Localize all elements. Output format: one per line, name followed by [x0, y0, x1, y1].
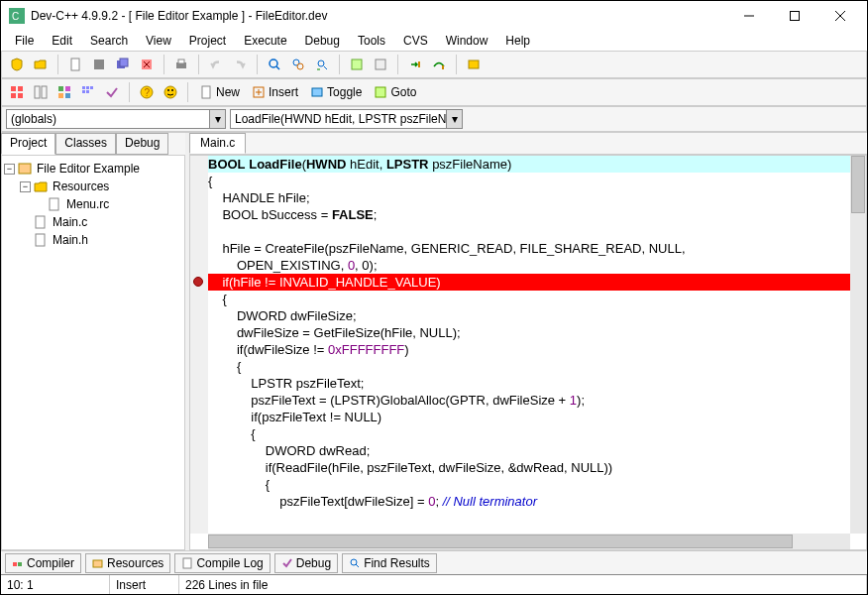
code-line[interactable]: if(pszFileText != NULL) [208, 409, 850, 425]
sidebar-tab-project[interactable]: Project [1, 133, 55, 155]
code-line[interactable]: if(dwFileSize != 0xFFFFFFFF) [208, 341, 850, 358]
minimize-button[interactable] [726, 2, 772, 30]
output-tab-find-results[interactable]: Find Results [342, 553, 437, 573]
close-button[interactable] [817, 2, 863, 30]
maximize-button[interactable] [772, 2, 817, 30]
insert-button[interactable]: Insert [247, 81, 303, 103]
output-tab-compiler[interactable]: Compiler [5, 553, 81, 573]
menu-debug[interactable]: Debug [297, 32, 348, 50]
code-line[interactable]: hFile = CreateFile(pszFileName, GENERIC_… [208, 240, 850, 257]
redo-icon[interactable] [229, 54, 251, 75]
about-icon[interactable] [160, 81, 181, 103]
shield-icon[interactable] [6, 54, 28, 75]
code-line[interactable]: pszFileText = (LPSTR)GlobalAlloc(GPTR, d… [208, 392, 850, 409]
code-line[interactable]: { [208, 291, 850, 307]
svg-rect-39 [86, 90, 89, 93]
run-icon[interactable] [370, 54, 391, 75]
find-next-icon[interactable] [311, 54, 333, 75]
tree-file[interactable]: Main.h [4, 231, 182, 249]
code-line[interactable]: if(hFile != INVALID_HANDLE_VALUE) [208, 274, 850, 291]
close-file-icon[interactable] [136, 54, 158, 75]
step-in-icon[interactable] [404, 54, 426, 75]
svg-rect-54 [36, 234, 45, 246]
svg-rect-38 [82, 90, 85, 93]
sidebar-tab-classes[interactable]: Classes [55, 133, 116, 155]
code-line[interactable]: HANDLE hFile; [208, 189, 850, 206]
open-icon[interactable] [30, 54, 52, 75]
titlebar: C Dev-C++ 4.9.9.2 - [ File Editor Exampl… [1, 1, 867, 31]
save-icon[interactable] [88, 54, 110, 75]
code-line[interactable]: DWORD dwFileSize; [208, 307, 850, 324]
code-line[interactable]: pszFileText[dwFileSize] = 0; // Null ter… [208, 493, 850, 510]
print-icon[interactable] [170, 54, 192, 75]
main-toolbar [1, 51, 867, 78]
new-button[interactable]: New [194, 81, 245, 103]
find-icon[interactable] [264, 54, 285, 75]
collapse-icon[interactable]: − [4, 164, 15, 175]
menu-search[interactable]: Search [82, 32, 136, 50]
menu-view[interactable]: View [138, 32, 179, 50]
save-all-icon[interactable] [112, 54, 134, 75]
grid-8-icon[interactable] [77, 81, 99, 103]
status-cursor: 10: 1 [1, 575, 110, 594]
help-icon[interactable]: ? [136, 81, 158, 103]
code-line[interactable]: LPSTR pszFileText; [208, 375, 850, 392]
tree-file[interactable]: Menu.rc [4, 195, 182, 213]
code-line[interactable] [208, 223, 850, 240]
grid-reds-icon[interactable] [6, 81, 28, 103]
output-tab-debug[interactable]: Debug [274, 553, 338, 573]
menu-file[interactable]: File [7, 32, 42, 50]
tree-file[interactable]: Main.c [4, 213, 182, 231]
grid-colors-icon[interactable] [54, 81, 75, 103]
vertical-scrollbar[interactable] [850, 156, 866, 534]
code-line[interactable]: if(ReadFile(hFile, pszFileText, dwFileSi… [208, 459, 850, 476]
svg-rect-20 [352, 60, 362, 69]
collapse-icon[interactable]: − [20, 181, 31, 192]
code-line[interactable]: { [208, 358, 850, 375]
scrollbar-thumb[interactable] [851, 156, 865, 213]
code-line[interactable]: BOOL LoadFile(HWND hEdit, LPSTR pszFileN… [208, 156, 850, 173]
project-tree[interactable]: − File Editor Example − Resources Menu.r… [1, 155, 185, 550]
code-line[interactable]: { [208, 425, 850, 442]
menu-cvs[interactable]: CVS [395, 32, 436, 50]
code-editor[interactable]: BOOL LoadFile(HWND hEdit, LPSTR pszFileN… [189, 155, 867, 550]
output-tab-compile-log[interactable]: Compile Log [174, 553, 270, 573]
menubar: FileEditSearchViewProjectExecuteDebugToo… [1, 31, 867, 51]
menu-project[interactable]: Project [181, 32, 234, 50]
code-line[interactable]: { [208, 476, 850, 493]
sidebar-tab-debug[interactable]: Debug [116, 133, 168, 155]
scrollbar-thumb[interactable] [208, 535, 793, 548]
new-file-icon[interactable] [64, 54, 86, 75]
compile-icon[interactable] [346, 54, 368, 75]
svg-rect-55 [13, 562, 17, 566]
replace-icon[interactable] [287, 54, 309, 75]
tree-folder[interactable]: − Resources [4, 178, 182, 195]
code-line[interactable]: DWORD dwRead; [208, 442, 850, 459]
menu-window[interactable]: Window [438, 32, 496, 50]
code-line[interactable]: dwFileSize = GetFileSize(hFile, NULL); [208, 324, 850, 341]
menu-help[interactable]: Help [497, 32, 538, 50]
gutter[interactable] [190, 156, 208, 534]
sidebar-tabs: ProjectClassesDebug [1, 133, 185, 155]
tree-project-root[interactable]: − File Editor Example [4, 160, 182, 178]
code-line[interactable]: OPEN_EXISTING, 0, 0); [208, 257, 850, 274]
scope-dropdown[interactable]: (globals) ▾ [6, 109, 226, 129]
check-icon[interactable] [101, 81, 123, 103]
output-tab-resources[interactable]: Resources [85, 553, 170, 573]
grid-split-icon[interactable] [30, 81, 52, 103]
svg-rect-23 [442, 65, 444, 69]
file-tab[interactable]: Main.c [189, 133, 246, 154]
menu-edit[interactable]: Edit [44, 32, 80, 50]
toggle-button[interactable]: Toggle [305, 81, 367, 103]
function-dropdown[interactable]: LoadFile(HWND hEdit, LPSTR pszFileName) … [230, 109, 463, 129]
breakpoint-icon[interactable] [193, 277, 203, 287]
code-line[interactable]: BOOL bSuccess = FALSE; [208, 206, 850, 223]
step-over-icon[interactable] [428, 54, 450, 75]
menu-tools[interactable]: Tools [350, 32, 393, 50]
goto-button[interactable]: Goto [369, 81, 421, 103]
undo-icon[interactable] [205, 54, 227, 75]
code-line[interactable]: { [208, 173, 850, 189]
horizontal-scrollbar[interactable] [208, 534, 850, 549]
menu-execute[interactable]: Execute [236, 32, 294, 50]
debug-icon[interactable] [463, 54, 485, 75]
